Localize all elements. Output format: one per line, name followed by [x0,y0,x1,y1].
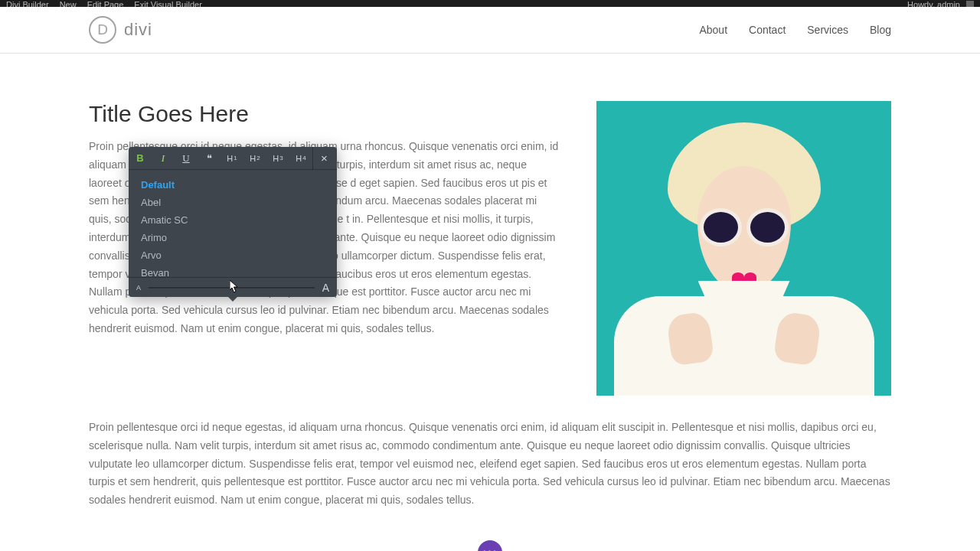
h4-button[interactable]: H4 [289,147,312,170]
logo-mark: D [89,16,116,44]
editor-toolbar: B I U ❝ H1 H2 H3 H4 × [129,147,337,170]
h3-button[interactable]: H3 [266,147,289,170]
h2-button[interactable]: H2 [243,147,266,170]
font-option-abel[interactable]: Abel [129,194,337,211]
font-option-default[interactable]: Default [129,176,337,194]
mouse-cursor [230,280,239,292]
italic-button[interactable]: I [152,147,175,170]
wp-exit-builder[interactable]: Exit Visual Builder [134,0,201,7]
builder-fab[interactable]: ••• [478,540,502,551]
font-list[interactable]: Default Abel Amatic SC Arimo Arvo Bevan … [129,170,337,277]
size-max-icon: A [322,282,329,294]
avatar[interactable] [966,1,974,7]
site-header: D divi About Contact Services Blog [0,7,980,54]
h1-button[interactable]: H1 [220,147,243,170]
inline-text-editor: B I U ❝ H1 H2 H3 H4 × Default Abel Amati… [129,147,337,297]
primary-nav: About Contact Services Blog [699,24,891,36]
wp-new[interactable]: New [60,0,77,7]
logo[interactable]: D divi [89,16,152,44]
size-min-icon: A [136,284,141,292]
bold-button[interactable]: B [129,147,152,170]
underline-button[interactable]: U [175,147,198,170]
font-option-arimo[interactable]: Arimo [129,229,337,246]
page-title[interactable]: Title Goes Here [89,101,560,127]
nav-blog[interactable]: Blog [870,24,891,36]
font-option-bevan[interactable]: Bevan [129,264,337,277]
logo-text: divi [124,20,152,40]
wp-site-name[interactable]: Divi Builder [6,0,49,7]
body-paragraph-2[interactable]: Proin pellentesque orci id neque egestas… [89,419,891,510]
wp-edit-page[interactable]: Edit Page [87,0,124,7]
hero-image[interactable] [596,101,891,396]
nav-contact[interactable]: Contact [749,24,786,36]
font-option-amatic-sc[interactable]: Amatic SC [129,211,337,229]
nav-about[interactable]: About [699,24,727,36]
font-option-arvo[interactable]: Arvo [129,246,337,264]
wp-howdy[interactable]: Howdy, admin [907,0,960,7]
quote-button[interactable]: ❝ [198,147,220,170]
wp-admin-bar: Divi Builder New Edit Page Exit Visual B… [0,0,980,7]
nav-services[interactable]: Services [807,24,848,36]
close-button[interactable]: × [312,147,335,170]
